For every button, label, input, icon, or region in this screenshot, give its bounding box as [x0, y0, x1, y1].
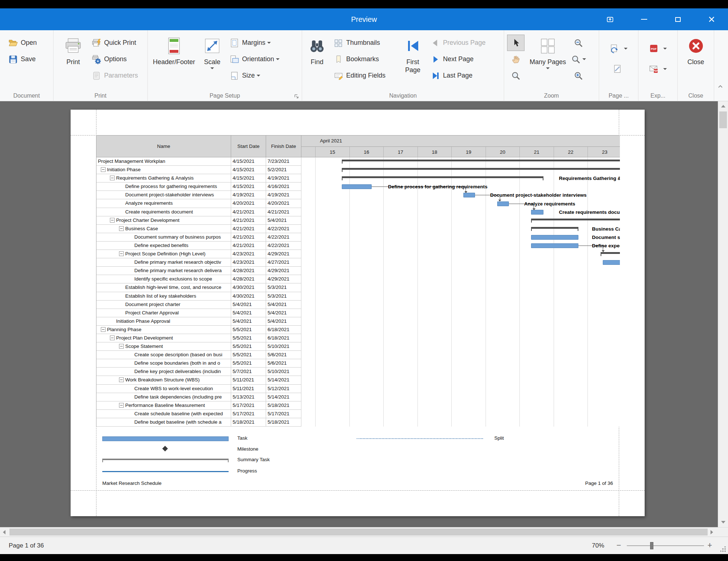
finish-date-cell: 5/4/2021 — [266, 216, 301, 224]
save-button[interactable]: Save — [5, 51, 53, 67]
finish-date-cell: 4/22/2021 — [266, 225, 301, 233]
header-footer-button[interactable]: Header/Footer — [150, 35, 198, 89]
zoom-in-slider-button[interactable]: + — [705, 537, 714, 554]
maximize-button[interactable] — [666, 8, 689, 30]
scroll-down-icon[interactable] — [721, 521, 725, 523]
ribbon-toggle-button[interactable] — [599, 8, 621, 30]
zoom-slider[interactable] — [627, 545, 704, 546]
pointer-tool-button[interactable] — [507, 35, 525, 51]
table-row: Establish high-level time, cost, and res… — [96, 283, 301, 292]
first-page-button[interactable]: First Page — [398, 35, 427, 89]
task-name: Business Case — [125, 226, 158, 231]
finish-date-cell: 5/10/2021 — [266, 368, 301, 376]
zoom-out-button[interactable] — [570, 35, 587, 51]
table-row: Create requirements document4/21/20214/2… — [96, 208, 301, 216]
vertical-scrollbar-thumb[interactable] — [719, 111, 727, 128]
dialog-launcher-icon[interactable] — [294, 94, 300, 99]
task-name-cell: Project Scope Definition (High Level) — [96, 250, 231, 258]
orientation-icon — [230, 55, 239, 64]
last-page-button[interactable]: Last Page — [427, 67, 489, 84]
gantt-day-header: 15 — [315, 147, 349, 157]
orientation-button[interactable]: Orientation — [226, 51, 283, 67]
bookmarks-icon — [334, 55, 343, 64]
chevron-down-icon — [276, 58, 280, 60]
table-row: Define expected benefits4/21/20214/22/20… — [96, 242, 301, 250]
month-label: April 2021 — [320, 138, 342, 144]
task-name: Requirements Gathering & Analysis — [116, 175, 194, 181]
zoom-slider-thumb[interactable] — [650, 542, 653, 549]
ribbon-collapse-icon[interactable] — [717, 83, 724, 90]
collapse-icon[interactable] — [119, 377, 124, 382]
next-page-button[interactable]: Next Page — [427, 51, 489, 67]
collapse-icon[interactable] — [119, 251, 124, 256]
magnifier-icon — [511, 71, 521, 81]
resize-grip[interactable] — [720, 546, 726, 552]
export-pdf-button[interactable]: PDF — [646, 38, 670, 59]
zoom-out-icon — [574, 38, 583, 48]
task-name-cell: Document project charter — [96, 301, 231, 309]
bookmarks-label: Bookmarks — [346, 55, 379, 63]
gantt-report: Name Start Date Finish Date April 2021 1… — [96, 135, 620, 427]
finish-date-cell: 4/29/2021 — [266, 267, 301, 275]
task-name-cell: Create requirements document — [96, 208, 231, 216]
collapse-icon[interactable] — [119, 403, 124, 408]
hand-tool-button[interactable] — [507, 51, 525, 67]
margins-button[interactable]: Margins — [226, 35, 283, 51]
vertical-scrollbar[interactable] — [718, 101, 728, 527]
summary-bar — [531, 227, 578, 229]
group-label-page: Page ... — [599, 93, 638, 99]
collapse-icon[interactable] — [110, 336, 115, 340]
size-label: Size — [242, 72, 255, 79]
task-name: Define scope boundaries (both in and o — [134, 360, 220, 366]
email-pdf-button[interactable]: PDF — [646, 59, 670, 79]
collapse-icon[interactable] — [110, 176, 115, 180]
task-name-cell: Define task dependencies (including pre — [96, 393, 231, 401]
bookmarks-button[interactable]: Bookmarks — [331, 51, 398, 67]
many-pages-icon — [538, 36, 558, 56]
horizontal-scrollbar-thumb[interactable] — [9, 529, 708, 536]
ribbon-group-document: Open Save Document — [0, 30, 54, 101]
table-row: Define budget baseline (with schedule a5… — [96, 418, 301, 427]
quick-print-button[interactable]: Quick Print — [88, 35, 141, 51]
close-preview-button[interactable]: Close — [681, 35, 711, 89]
zoom-in-button[interactable] — [570, 67, 587, 84]
scroll-up-icon[interactable] — [721, 105, 725, 107]
zoom-button[interactable] — [570, 51, 587, 67]
print-button[interactable]: Print — [58, 35, 88, 89]
many-pages-button[interactable]: Many Pages — [526, 35, 570, 89]
start-date-cell: 4/19/2021 — [231, 191, 266, 199]
close-window-button[interactable] — [700, 8, 723, 30]
horizontal-scrollbar[interactable] — [0, 527, 728, 537]
magnifier-tool-button[interactable] — [507, 67, 525, 84]
zoom-out-slider-button[interactable]: − — [614, 537, 623, 554]
scroll-right-icon[interactable] — [711, 530, 713, 534]
finish-date-cell: 4/20/2021 — [266, 199, 301, 207]
collapse-icon[interactable] — [119, 226, 124, 231]
finish-date-cell: 5/18/2021 — [266, 401, 301, 409]
open-button[interactable]: Open — [5, 35, 53, 51]
task-name-cell: Performance Baseline Measurement — [96, 401, 231, 409]
scroll-left-icon[interactable] — [3, 530, 5, 534]
task-name-cell: Work Breakdown Structure (WBS) — [96, 376, 231, 384]
task-name-cell: Establish list of key stakeholders — [96, 292, 231, 300]
collapse-icon[interactable] — [101, 167, 106, 172]
collapse-icon[interactable] — [110, 218, 115, 223]
page-background-button[interactable] — [606, 38, 631, 59]
scale-button[interactable]: Scale — [198, 35, 226, 89]
find-icon — [307, 36, 327, 56]
collapse-icon[interactable] — [119, 344, 124, 349]
minimize-button[interactable] — [633, 8, 655, 30]
last-page-label: Last Page — [443, 72, 472, 79]
print-options-button[interactable]: Options — [88, 51, 141, 67]
watermark-button[interactable] — [609, 59, 628, 79]
collapse-icon[interactable] — [101, 327, 106, 332]
legend-summary-label: Summary Task — [237, 457, 270, 462]
maximize-icon — [675, 17, 681, 22]
task-name: Project Charter Development — [116, 217, 179, 223]
size-button[interactable]: Size — [226, 67, 283, 84]
thumbnails-button[interactable]: Thumbnails — [331, 35, 398, 51]
find-button[interactable]: Find — [304, 35, 331, 89]
summary-bar — [531, 219, 620, 220]
task-name-cell: Scope Statement — [96, 342, 231, 350]
editing-fields-button[interactable]: Editing Fields — [331, 67, 398, 84]
